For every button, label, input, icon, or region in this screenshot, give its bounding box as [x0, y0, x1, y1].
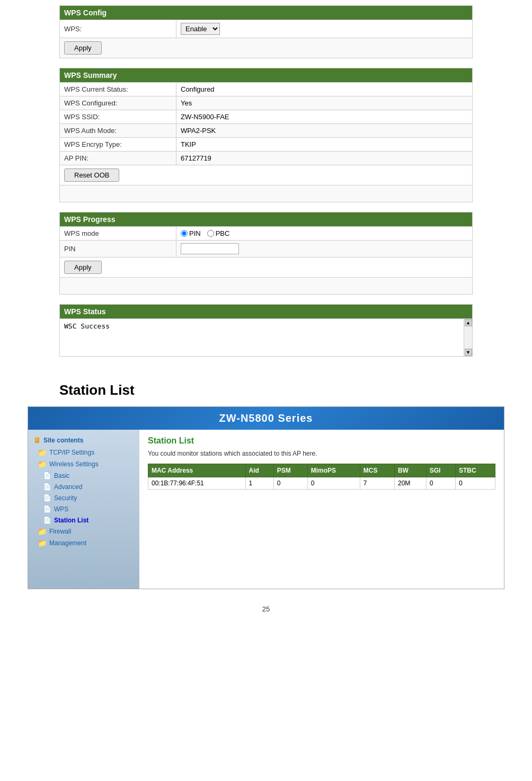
- col-header-sgi: SGI: [426, 464, 455, 477]
- cell-mimops: 0: [307, 477, 360, 490]
- wps-label: WPS:: [60, 20, 176, 38]
- wireless-folder-icon: 📁: [38, 460, 47, 468]
- sidebar-management-label: Management: [49, 539, 86, 547]
- station-list-heading: Station List: [49, 371, 483, 406]
- table-row: 00:1B:77:96:4F:51 1 0 0 7 20M 0 0: [148, 477, 495, 490]
- wps-pbc-radio-label[interactable]: PBC: [207, 229, 230, 237]
- sidebar-firewall-label: Firewall: [49, 528, 71, 535]
- wps-doc-icon: 📄: [43, 505, 51, 513]
- wps-current-status-value: Configured: [176, 83, 473, 96]
- wps-pin-radio[interactable]: [181, 230, 188, 237]
- col-header-mcs: MCS: [360, 464, 394, 477]
- wps-status-table: WPS Status WSC Success ▲ ▼: [59, 304, 473, 357]
- wps-auth-mode-label: WPS Auth Mode:: [60, 124, 176, 138]
- cell-mcs: 7: [360, 477, 394, 490]
- wps-auth-mode-value: WPA2-PSK: [176, 124, 473, 138]
- wps-config-table: WPS Config WPS: Enable Disable Apply: [59, 5, 473, 58]
- wps-status-header: WPS Status: [60, 305, 473, 319]
- reset-oob-button[interactable]: Reset OOB: [64, 168, 119, 182]
- basic-doc-icon: 📄: [43, 472, 51, 480]
- sidebar-tcpip-label: TCP/IP Settings: [49, 449, 94, 456]
- wps-pin-input[interactable]: [181, 243, 239, 254]
- wps-encryp-type-label: WPS Encryp Type:: [60, 138, 176, 152]
- router-header: ZW-N5800 Series: [28, 407, 504, 430]
- wps-config-apply-button[interactable]: Apply: [64, 41, 102, 55]
- site-contents-icon: 🖥: [33, 436, 41, 445]
- wps-pbc-radio[interactable]: [207, 230, 214, 237]
- col-header-mac: MAC Address: [148, 464, 246, 477]
- col-header-aid: Aid: [245, 464, 273, 477]
- page-number: 25: [0, 600, 532, 618]
- sidebar-item-management[interactable]: 📁 Management: [28, 537, 139, 549]
- sidebar-item-basic[interactable]: 📄 Basic: [28, 470, 139, 481]
- cell-mac: 00:1B:77:96:4F:51: [148, 477, 246, 490]
- sidebar-wps-label: WPS: [54, 505, 68, 513]
- sidebar-item-firewall[interactable]: 📁 Firewall: [28, 526, 139, 537]
- router-body: 🖥 Site contents 📁 TCP/IP Settings 📁 Wire…: [28, 430, 504, 589]
- wps-progress-header: WPS Progress: [60, 212, 473, 227]
- sidebar-item-advanced[interactable]: 📄 Advanced: [28, 481, 139, 492]
- wps-encryp-type-value: TKIP: [176, 138, 473, 152]
- scrollbar-up-arrow[interactable]: ▲: [465, 319, 472, 326]
- wps-configured-label: WPS Configured:: [60, 96, 176, 110]
- wps-ap-pin-label: AP PIN:: [60, 152, 176, 165]
- cell-sgi: 0: [426, 477, 455, 490]
- cell-psm: 0: [273, 477, 307, 490]
- router-ui-container: ZW-N5800 Series 🖥 Site contents 📁 TCP/IP…: [28, 406, 504, 589]
- wps-enable-select[interactable]: Enable Disable: [181, 23, 220, 35]
- wps-status-text: WSC Success: [60, 319, 472, 356]
- col-header-stbc: STBC: [455, 464, 495, 477]
- wps-progress-table: WPS Progress WPS mode PIN PBC: [59, 212, 473, 295]
- sidebar-item-station-list[interactable]: 📄 Station List: [28, 514, 139, 526]
- router-sidebar: 🖥 Site contents 📁 TCP/IP Settings 📁 Wire…: [28, 430, 139, 589]
- sidebar-advanced-label: Advanced: [54, 483, 82, 491]
- wps-progress-apply-button[interactable]: Apply: [64, 261, 102, 274]
- tcpip-folder-icon: 📁: [38, 448, 47, 457]
- wps-mode-cell: PIN PBC: [176, 227, 473, 241]
- sidebar-item-tcpip[interactable]: 📁 TCP/IP Settings: [28, 447, 139, 458]
- wps-summary-table: WPS Summary WPS Current Status: Configur…: [59, 68, 473, 202]
- sidebar-item-wireless-settings[interactable]: 📁 Wireless Settings: [28, 458, 139, 470]
- wps-configured-value: Yes: [176, 96, 473, 110]
- station-table: MAC Address Aid PSM MimoPS MCS BW SGI ST…: [148, 464, 495, 490]
- router-description: You could monitor stations which associa…: [148, 450, 495, 457]
- wps-pin-input-cell: [176, 241, 473, 258]
- wps-summary-spacer: [60, 185, 473, 202]
- wps-mode-label: WPS mode: [60, 227, 176, 241]
- sidebar-item-security[interactable]: 📄 Security: [28, 492, 139, 503]
- wps-ssid-value: ZW-N5900-FAE: [176, 110, 473, 124]
- wps-pin-radio-text: PIN: [189, 229, 201, 237]
- router-page-title: Station List: [148, 436, 495, 446]
- firewall-folder-icon: 📁: [38, 527, 47, 536]
- scrollbar-down-arrow[interactable]: ▼: [465, 349, 472, 356]
- wps-progress-apply-cell: Apply: [60, 258, 473, 278]
- wps-status-cell: WSC Success ▲ ▼: [60, 319, 473, 357]
- wps-current-status-label: WPS Current Status:: [60, 83, 176, 96]
- router-content: Station List You could monitor stations …: [139, 430, 504, 589]
- cell-bw: 20M: [394, 477, 426, 490]
- col-header-mimops: MimoPS: [307, 464, 360, 477]
- wps-progress-spacer: [60, 278, 473, 295]
- sidebar-wireless-label: Wireless Settings: [49, 460, 99, 468]
- wps-pbc-radio-text: PBC: [216, 229, 230, 237]
- sidebar-item-wps[interactable]: 📄 WPS: [28, 503, 139, 514]
- wps-pin-radio-label[interactable]: PIN: [181, 229, 201, 237]
- wps-ap-pin-value: 67127719: [176, 152, 473, 165]
- wps-status-scrollbar[interactable]: ▲ ▼: [464, 319, 472, 356]
- cell-stbc: 0: [455, 477, 495, 490]
- cell-aid: 1: [245, 477, 273, 490]
- reset-oob-cell: Reset OOB: [60, 165, 473, 185]
- col-header-psm: PSM: [273, 464, 307, 477]
- sidebar-site-contents: 🖥 Site contents: [28, 434, 139, 447]
- security-doc-icon: 📄: [43, 494, 51, 502]
- wps-pin-label: PIN: [60, 241, 176, 258]
- wps-config-header: WPS Config: [60, 6, 473, 20]
- col-header-bw: BW: [394, 464, 426, 477]
- wps-mode-radio-group: PIN PBC: [181, 229, 468, 237]
- advanced-doc-icon: 📄: [43, 483, 51, 491]
- sidebar-station-list-label: Station List: [54, 517, 88, 524]
- station-list-doc-icon: 📄: [43, 516, 51, 524]
- sidebar-basic-label: Basic: [54, 472, 69, 480]
- site-contents-label: Site contents: [43, 437, 83, 444]
- wps-ssid-label: WPS SSID:: [60, 110, 176, 124]
